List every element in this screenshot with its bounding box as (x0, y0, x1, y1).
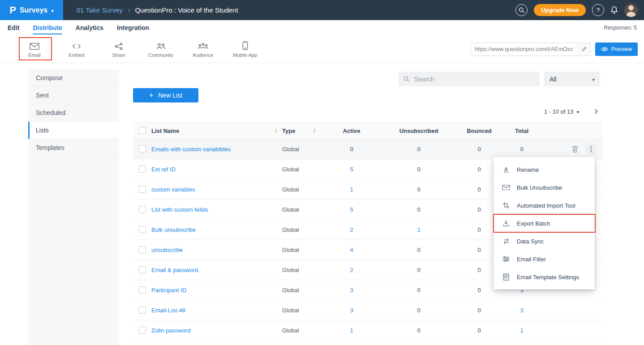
active-count[interactable]: 4 (322, 247, 381, 253)
sidebar-item[interactable]: Compose (28, 69, 119, 87)
unsubscribed-count[interactable]: 0 (381, 307, 457, 314)
new-list-label: New List (158, 92, 182, 99)
delete-button[interactable] (572, 145, 578, 153)
context-menu-item[interactable]: Bulk Unsubscribe (494, 179, 595, 196)
context-menu-item[interactable]: Export Batch (494, 214, 595, 232)
list-name-link[interactable]: Emails with custom variablbles (151, 146, 231, 153)
toolbar-item[interactable]: Audience (182, 40, 224, 58)
help-button[interactable]: ? (592, 4, 604, 16)
row-checkbox[interactable] (139, 206, 146, 213)
active-count[interactable]: 5 (322, 166, 381, 173)
list-name-link[interactable]: Email & password. (151, 267, 200, 273)
upgrade-button[interactable]: Upgrade Now (534, 4, 586, 16)
edit-url-button[interactable] (578, 43, 590, 55)
search-input[interactable] (413, 75, 535, 83)
unsubscribed-count[interactable]: 0 (381, 186, 457, 193)
total-count[interactable]: 1 (502, 327, 542, 334)
product-switcher[interactable]: P Surveys (0, 0, 63, 20)
notifications-button[interactable] (610, 6, 618, 14)
context-menu-item[interactable]: Email Filter (494, 250, 595, 268)
toolbar-item[interactable]: Mobile App (224, 40, 266, 58)
breadcrumb-survey-link[interactable]: 01 Take Survey (77, 6, 123, 14)
unsubscribed-count[interactable]: 0 (381, 146, 457, 153)
table-row[interactable]: Zolin password Global 1 0 0 1 (133, 320, 602, 341)
export-batch-icon (502, 220, 510, 227)
header-list-name[interactable]: List Name (151, 128, 282, 134)
active-count[interactable]: 2 (322, 267, 381, 273)
row-checkbox[interactable] (139, 226, 146, 233)
unsubscribed-count[interactable]: 0 (381, 287, 457, 294)
pagination-range-dropdown[interactable]: 1 - 10 of 13 (544, 108, 579, 115)
avatar[interactable] (624, 4, 638, 17)
context-menu-item[interactable]: Email Template Settings (494, 268, 595, 286)
list-name-link[interactable]: Ext ref ID (151, 166, 176, 173)
unsubscribed-count[interactable]: 0 (381, 166, 457, 173)
list-name-link[interactable]: unsubscribe (151, 247, 183, 253)
sidebar-item[interactable]: Templates (28, 139, 119, 157)
active-count[interactable]: 1 (322, 327, 381, 334)
row-menu-button[interactable] (585, 143, 597, 155)
row-checkbox[interactable] (139, 307, 146, 314)
svg-text:A: A (504, 166, 508, 172)
new-list-button[interactable]: New List (133, 88, 198, 102)
active-count[interactable]: 1 (322, 186, 381, 193)
total-count[interactable]: 0 (502, 146, 542, 153)
list-name-link[interactable]: Zolin password (151, 327, 190, 334)
context-menu-item[interactable]: Automated Import Tool (494, 196, 595, 214)
nav-tab[interactable]: Distribute (33, 21, 62, 34)
unsubscribed-count[interactable]: 0 (381, 247, 457, 253)
bounced-count[interactable]: 0 (457, 327, 502, 334)
row-checkbox[interactable] (139, 186, 146, 193)
nav-tab[interactable]: Edit (8, 21, 19, 34)
unsubscribed-count[interactable]: 1 (381, 226, 457, 233)
active-count[interactable]: 5 (322, 206, 381, 213)
bounced-count[interactable]: 0 (457, 146, 502, 153)
next-page-button[interactable] (594, 107, 598, 116)
list-name-link[interactable]: Bulk unsubscribe (151, 226, 196, 233)
table-row[interactable]: Email-List-48 Global 3 0 0 3 (133, 300, 602, 320)
sidebar-item[interactable]: Sent (28, 87, 119, 104)
active-count[interactable]: 2 (322, 226, 381, 233)
row-checkbox[interactable] (139, 166, 146, 173)
list-name-link[interactable]: Email-List-48 (151, 307, 185, 314)
preview-button[interactable]: Preview (595, 43, 638, 56)
row-checkbox[interactable] (139, 246, 146, 253)
list-name-link[interactable]: List with custom feilds (151, 206, 208, 213)
sort-icon[interactable] (313, 128, 316, 133)
sidebar-item[interactable]: Scheduled (28, 104, 119, 122)
search-button[interactable] (515, 4, 528, 16)
unsubscribed-count[interactable]: 0 (381, 206, 457, 213)
embed-icon (72, 40, 82, 50)
list-filter-dropdown[interactable]: All (544, 72, 600, 86)
row-checkbox[interactable] (139, 266, 146, 273)
list-name-link[interactable]: Participant ID (151, 287, 186, 294)
context-menu-item[interactable]: Data Sync (494, 232, 595, 250)
survey-url-input[interactable] (471, 46, 578, 52)
context-menu-item[interactable]: A Rename (494, 161, 595, 179)
toolbar-item-label: Community (148, 52, 173, 58)
active-count[interactable]: 3 (322, 307, 381, 314)
list-name-link[interactable]: custom variables (151, 186, 195, 193)
mobile-icon (242, 40, 248, 50)
toolbar-item[interactable]: Email (13, 40, 56, 58)
sidebar-item[interactable]: Lists (28, 122, 119, 139)
bounced-count[interactable]: 0 (457, 307, 502, 314)
table-row[interactable]: Emails with custom variablbles Global 0 … (133, 139, 602, 159)
unsubscribed-count[interactable]: 0 (381, 267, 457, 273)
toolbar-item[interactable]: Embed (56, 40, 98, 58)
unsubscribed-count[interactable]: 0 (381, 327, 457, 334)
toolbar-item[interactable]: Community (140, 40, 182, 58)
row-checkbox[interactable] (139, 286, 146, 294)
sort-icon[interactable] (275, 128, 278, 133)
row-checkbox[interactable] (139, 327, 146, 334)
row-checkbox[interactable] (139, 145, 146, 153)
header-type[interactable]: Type (282, 128, 322, 134)
active-count[interactable]: 3 (322, 287, 381, 294)
select-all-checkbox[interactable] (139, 127, 146, 134)
toolbar-item[interactable]: Share (98, 40, 140, 58)
nav-tab[interactable]: Integration (117, 21, 149, 34)
nav-tab[interactable]: Analytics (76, 21, 103, 34)
toolbar-right: Preview (471, 43, 644, 56)
active-count[interactable]: 0 (322, 146, 381, 153)
total-count[interactable]: 3 (502, 307, 542, 314)
